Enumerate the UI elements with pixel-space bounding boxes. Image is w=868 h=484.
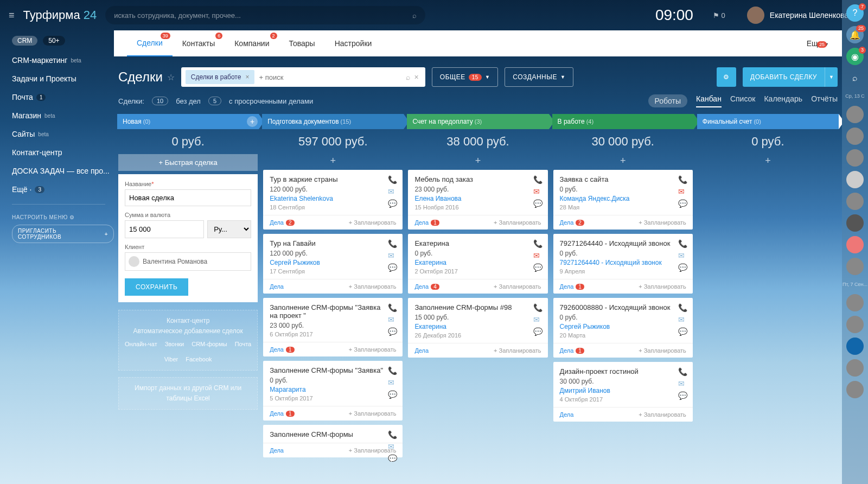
total-button[interactable]: ОБЩЕЕ 15 ▼ — [432, 67, 499, 87]
help-icon[interactable]: ?7 — [846, 4, 864, 22]
add-card[interactable]: + — [552, 154, 694, 170]
sidebar-item[interactable]: Ещё ·3 — [12, 180, 114, 199]
add-column-icon[interactable]: + — [247, 116, 258, 127]
mail-icon[interactable]: ✉ — [388, 315, 397, 324]
phone-icon[interactable]: 📞 — [678, 303, 687, 312]
card-contact[interactable]: Сергей Рыжиков — [560, 323, 686, 330]
sidebar-item[interactable]: CRM-маркетингbeta — [12, 51, 114, 69]
deal-sum-input[interactable] — [125, 220, 204, 238]
chat-icon[interactable]: ◉3 — [846, 48, 864, 65]
add-card[interactable]: + — [262, 154, 404, 170]
clear-icon[interactable]: × — [412, 73, 421, 81]
card-contact[interactable]: Марагарита — [270, 386, 396, 393]
deal-card[interactable]: Тур на Гавайи 120 000 руб. Сергей Рыжико… — [263, 234, 403, 294]
view-tab[interactable]: Список — [730, 94, 756, 107]
rail-avatar[interactable] — [846, 337, 864, 355]
mail-icon[interactable]: ✉ — [678, 251, 687, 260]
tabs-more[interactable]: Еще ▼ 25 — [807, 39, 829, 48]
stat-pill[interactable]: 5 — [208, 97, 221, 105]
crm-pill[interactable]: CRM — [12, 36, 37, 46]
deal-card[interactable]: Заполнение CRM-формы "Заявка на проект "… — [263, 298, 403, 356]
mail-icon[interactable]: ✉ — [533, 315, 542, 324]
card-contact[interactable]: Ekaterina Shelenkova — [270, 195, 396, 202]
link[interactable]: Онлайн-чат — [125, 340, 157, 349]
deal-name-input[interactable] — [125, 189, 251, 206]
phone-icon[interactable]: 📞 — [678, 239, 687, 248]
plan-link[interactable]: + Запланировать — [349, 346, 397, 353]
search-input[interactable] — [114, 11, 412, 20]
dela-link[interactable]: Дела — [414, 347, 429, 354]
mail-icon[interactable]: ✉ — [533, 187, 542, 196]
rail-avatar[interactable] — [846, 381, 864, 398]
chat-icon[interactable]: 💬 — [678, 391, 687, 400]
card-contact[interactable]: Команда Яндекс.Диска — [560, 195, 686, 202]
add-deal-button[interactable]: ДОБАВИТЬ СДЕЛКУ ▼ — [743, 67, 838, 87]
chat-icon[interactable]: 💬 — [388, 327, 397, 336]
created-button[interactable]: СОЗДАННЫЕ▼ — [505, 67, 573, 87]
deal-card[interactable]: Заполнение CRM-формы "Заявка" 0 руб. Мар… — [263, 361, 403, 421]
mail-icon[interactable]: ✉ — [678, 315, 687, 324]
deal-card[interactable]: Заполнение CRM-формы 📞 ✉ 💬 Дела+ Заплани… — [263, 425, 403, 457]
rail-avatar[interactable] — [846, 359, 864, 377]
dela-link[interactable]: Дела 2 — [270, 219, 294, 226]
deal-card[interactable]: Тур в жаркие страны 120 000 руб. Ekateri… — [263, 170, 403, 230]
deal-card[interactable]: Дизайн-проект гостиной 30 000 руб. Дмитр… — [553, 362, 693, 422]
phone-icon[interactable]: 📞 — [533, 239, 542, 248]
phone-icon[interactable]: 📞 — [388, 239, 397, 248]
mail-icon[interactable]: ✉ — [533, 251, 542, 260]
dela-link[interactable]: Дела 1 — [414, 219, 439, 226]
chat-icon[interactable]: 💬 — [678, 199, 687, 208]
chat-icon[interactable]: 💬 — [678, 263, 687, 272]
sidebar-item[interactable]: Сайтыbeta — [12, 125, 114, 143]
rail-avatar[interactable] — [846, 149, 864, 167]
plan-link[interactable]: + Запланировать — [639, 347, 686, 354]
plan-link[interactable]: + Запланировать — [494, 219, 541, 226]
chat-icon[interactable]: 💬 — [388, 390, 397, 399]
save-button[interactable]: СОХРАНИТЬ — [125, 278, 188, 296]
add-card[interactable]: + — [407, 154, 548, 170]
rail-avatar[interactable] — [846, 128, 864, 145]
chat-icon[interactable]: 💬 — [678, 327, 687, 336]
sidebar-item[interactable]: Почта1 — [12, 88, 114, 106]
chat-icon[interactable]: 💬 — [533, 263, 542, 272]
chat-icon[interactable]: 💬 — [533, 199, 542, 208]
link[interactable]: CRM-формы — [192, 340, 227, 349]
quick-deal-button[interactable]: + Быстрая сделка — [118, 154, 258, 171]
dela-link[interactable]: Дела — [270, 447, 284, 454]
rail-avatar[interactable] — [846, 171, 864, 188]
phone-icon[interactable]: 📞 — [388, 366, 397, 375]
global-search[interactable]: ⌕ — [105, 6, 425, 24]
mail-icon[interactable]: ✉ — [388, 251, 397, 260]
view-tab[interactable]: Отчёты — [811, 94, 838, 107]
mail-icon[interactable]: ✉ — [388, 442, 397, 451]
tab[interactable]: Компании2 — [225, 30, 279, 56]
logo[interactable]: Турфирма 24 — [23, 8, 97, 22]
chat-icon[interactable]: 💬 — [533, 327, 542, 336]
invite-button[interactable]: ПРИГЛАСИТЬ СОТРУДНИКОВ + — [12, 225, 114, 243]
tab[interactable]: Контакты6 — [173, 30, 225, 56]
column-header[interactable]: Финальный счет(0) — [697, 114, 839, 129]
menu-icon[interactable]: ≡ — [9, 10, 15, 21]
filter-input[interactable] — [254, 73, 403, 81]
card-contact[interactable]: Дмитрий Иванов — [560, 387, 686, 394]
bell-icon[interactable]: 🔔25 — [846, 26, 864, 43]
deal-card[interactable]: Мебель под заказ 23 000 руб. Елена Ивано… — [408, 170, 547, 230]
deal-card[interactable]: Заполнение CRM-формы #98 15 000 руб. Ека… — [408, 298, 547, 358]
sidebar-item[interactable]: Контакт-центр — [12, 143, 114, 162]
add-card[interactable]: + — [697, 154, 839, 170]
tab[interactable]: Товары — [279, 30, 325, 56]
star-icon[interactable]: ☆ — [167, 72, 175, 82]
view-tab[interactable]: Роботы — [648, 94, 687, 107]
configure-menu[interactable]: НАСТРОИТЬ МЕНЮ ⚙ — [12, 210, 114, 225]
rail-avatar[interactable] — [846, 294, 864, 311]
phone-icon[interactable]: 📞 — [533, 303, 542, 312]
view-tab[interactable]: Канбан — [696, 94, 722, 107]
rail-search-icon[interactable]: ⌕ — [846, 69, 864, 87]
phone-icon[interactable]: 📞 — [678, 367, 687, 376]
dela-link[interactable]: Дела 4 — [414, 283, 439, 290]
plan-link[interactable]: + Запланировать — [349, 283, 397, 290]
phone-icon[interactable]: 📞 — [533, 175, 542, 184]
phone-icon[interactable]: 📞 — [388, 430, 397, 439]
link[interactable]: другой CRM — [192, 384, 229, 392]
link[interactable]: Facebook — [186, 355, 212, 365]
